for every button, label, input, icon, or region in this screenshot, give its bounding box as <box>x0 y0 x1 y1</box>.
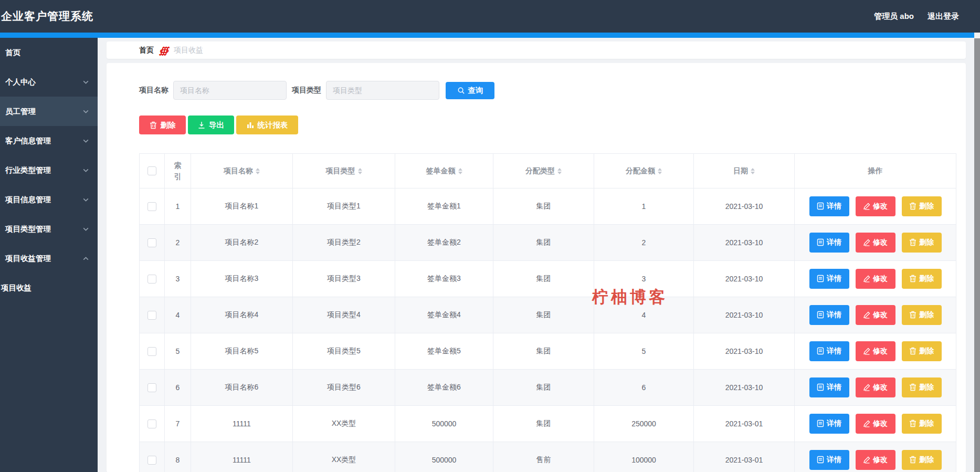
select-all-checkbox[interactable] <box>147 166 156 175</box>
row-detail-button[interactable]: 详情 <box>809 233 849 253</box>
table-row: 811111XX类型500000售前1000002021-03-01详情修改删除 <box>140 442 956 472</box>
cell-date: 2021-03-10 <box>694 333 795 370</box>
trash-icon <box>909 347 916 355</box>
document-icon <box>817 202 824 210</box>
cell-alloc-type: 集团 <box>493 297 594 333</box>
column-header-alloc-amount[interactable]: 分配金额 <box>594 154 694 188</box>
row-detail-button[interactable]: 详情 <box>809 450 849 470</box>
row-checkbox[interactable] <box>147 311 156 320</box>
row-edit-button[interactable]: 修改 <box>856 196 895 216</box>
chevron-down-icon <box>82 108 89 115</box>
query-button[interactable]: 查询 <box>446 82 494 99</box>
cell-type: 项目类型2 <box>293 225 395 261</box>
logout-button[interactable]: 退出登录 <box>928 12 959 22</box>
row-detail-button[interactable]: 详情 <box>809 196 849 216</box>
row-delete-button[interactable]: 删除 <box>902 450 942 470</box>
breadcrumb-home[interactable]: 首页 <box>139 46 154 55</box>
project-type-input[interactable] <box>326 81 439 100</box>
pen-icon <box>863 420 870 427</box>
row-delete-button[interactable]: 删除 <box>902 305 942 325</box>
row-checkbox[interactable] <box>147 383 156 392</box>
sidebar-item-industry-type-mgmt[interactable]: 行业类型管理 <box>0 155 98 185</box>
sort-carets-icon[interactable] <box>557 168 562 174</box>
row-edit-button[interactable]: 修改 <box>856 233 895 253</box>
cell-actions: 详情修改删除 <box>795 370 956 406</box>
cell-sign-amount: 签单金额2 <box>395 225 493 261</box>
row-edit-button[interactable]: 修改 <box>856 269 895 289</box>
row-checkbox[interactable] <box>147 275 156 284</box>
trash-icon <box>909 419 916 427</box>
delete-button[interactable]: 删除 <box>139 116 186 134</box>
column-header-date[interactable]: 日期 <box>694 154 795 188</box>
row-delete-button[interactable]: 删除 <box>902 233 942 253</box>
chevron-down-icon <box>82 196 89 203</box>
column-header-alloc-type[interactable]: 分配类型 <box>493 154 594 188</box>
sidebar-item-customer-info-mgmt[interactable]: 客户信息管理 <box>0 126 98 155</box>
trash-icon <box>909 456 916 464</box>
cell-name: 项目名称6 <box>191 370 293 406</box>
sidebar-item-project-income[interactable]: 项目收益 <box>0 273 98 302</box>
row-checkbox[interactable] <box>147 202 156 211</box>
cell-sign-amount: 500000 <box>395 406 493 442</box>
chevron-down-icon <box>82 167 89 174</box>
row-delete-button[interactable]: 删除 <box>902 414 942 434</box>
row-checkbox[interactable] <box>147 419 156 428</box>
column-header-sign-amount[interactable]: 签单金额 <box>395 154 493 188</box>
sidebar-item-project-info-mgmt[interactable]: 项目信息管理 <box>0 185 98 214</box>
row-checkbox[interactable] <box>147 347 156 356</box>
pen-icon <box>863 311 870 319</box>
cell-name: 11111 <box>191 442 293 472</box>
vertical-scrollbar[interactable] <box>974 33 980 472</box>
sort-carets-icon[interactable] <box>658 168 662 174</box>
cell-type: 项目类型4 <box>293 297 395 333</box>
sidebar-item-home[interactable]: 首页 <box>0 38 98 67</box>
project-name-input[interactable] <box>173 81 287 100</box>
sort-carets-icon[interactable] <box>256 168 260 174</box>
cell-alloc-amount: 6 <box>594 370 694 406</box>
sidebar-item-project-type-mgmt[interactable]: 项目类型管理 <box>0 214 98 244</box>
cell-date: 2021-03-10 <box>694 225 795 261</box>
cell-name: 项目名称2 <box>191 225 293 261</box>
export-button[interactable]: 导出 <box>188 116 234 134</box>
admin-user-label[interactable]: 管理员 abo <box>874 12 914 22</box>
chevron-down-icon <box>82 138 89 144</box>
row-checkbox[interactable] <box>147 238 156 247</box>
sidebar-item-employee-mgmt[interactable]: 员工管理 <box>0 97 98 126</box>
row-edit-button[interactable]: 修改 <box>856 341 895 361</box>
scrollbar-thumb[interactable] <box>974 38 980 472</box>
document-icon <box>817 347 824 355</box>
chevron-up-icon <box>82 255 89 262</box>
sidebar-item-project-income-mgmt[interactable]: 项目收益管理 <box>0 244 98 273</box>
cell-sign-amount: 签单金额6 <box>395 370 493 406</box>
row-delete-button[interactable]: 删除 <box>902 269 942 289</box>
sort-carets-icon[interactable] <box>358 168 362 174</box>
row-edit-button[interactable]: 修改 <box>856 450 895 470</box>
content-area: 首页 ∰ 项目收益 项目名称 项目类型 查询 删除 <box>98 38 980 472</box>
row-delete-button[interactable]: 删除 <box>902 341 942 361</box>
row-detail-button[interactable]: 详情 <box>809 377 849 397</box>
sort-carets-icon[interactable] <box>458 168 462 174</box>
cell-index: 6 <box>165 370 191 406</box>
document-icon <box>817 311 824 319</box>
data-table: 索引 项目名称 项目类型 签单金额 分配类型 分配金额 日期 操作 1项目名称1… <box>139 153 956 472</box>
cell-sign-amount: 签单金额3 <box>395 261 493 297</box>
row-edit-button[interactable]: 修改 <box>856 414 895 434</box>
row-edit-button[interactable]: 修改 <box>856 305 895 325</box>
cell-alloc-amount: 3 <box>594 261 694 297</box>
sidebar-item-personal-center[interactable]: 个人中心 <box>0 67 98 97</box>
sort-carets-icon[interactable] <box>751 168 755 174</box>
row-detail-button[interactable]: 详情 <box>809 341 849 361</box>
cell-name: 项目名称4 <box>191 297 293 333</box>
project-name-label: 项目名称 <box>139 86 168 95</box>
row-detail-button[interactable]: 详情 <box>809 414 849 434</box>
column-header-type[interactable]: 项目类型 <box>293 154 395 188</box>
row-checkbox[interactable] <box>147 456 156 465</box>
row-detail-button[interactable]: 详情 <box>809 269 849 289</box>
row-edit-button[interactable]: 修改 <box>856 377 895 397</box>
table-row: 6项目名称6项目类型6签单金额6集团62021-03-10详情修改删除 <box>140 370 956 406</box>
row-delete-button[interactable]: 删除 <box>902 377 942 397</box>
column-header-name[interactable]: 项目名称 <box>191 154 293 188</box>
row-detail-button[interactable]: 详情 <box>809 305 849 325</box>
row-delete-button[interactable]: 删除 <box>902 196 942 216</box>
report-button[interactable]: 统计报表 <box>236 116 298 134</box>
